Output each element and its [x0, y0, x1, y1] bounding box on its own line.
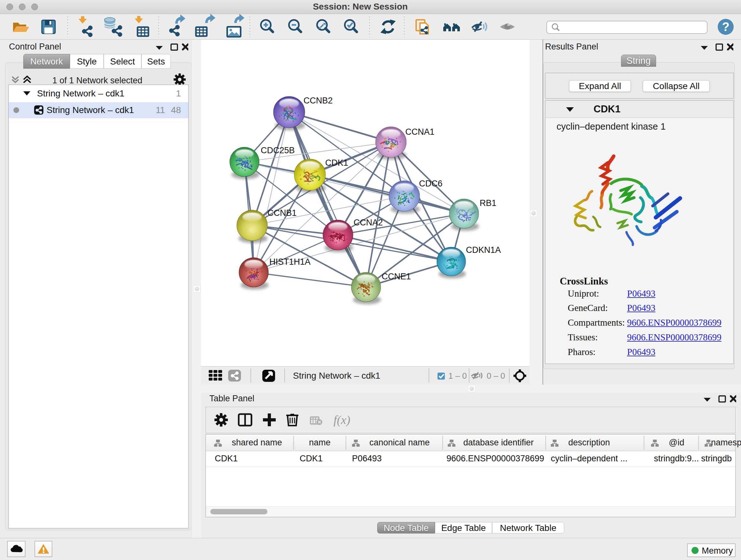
- svg-text:1 – 0: 1 – 0: [448, 371, 467, 381]
- svg-text:CCNB2: CCNB2: [304, 96, 333, 105]
- svg-text:f(x): f(x): [333, 413, 350, 427]
- svg-text:CCNA2: CCNA2: [354, 218, 383, 227]
- svg-text:CDC6: CDC6: [419, 179, 443, 188]
- svg-text:?: ?: [722, 20, 729, 34]
- svg-text:CCNE1: CCNE1: [382, 272, 411, 281]
- svg-text:CDC25B: CDC25B: [261, 145, 295, 155]
- svg-text:HIST1H1A: HIST1H1A: [269, 257, 311, 266]
- svg-text:CCNB1: CCNB1: [267, 208, 297, 218]
- svg-text:0 – 0: 0 – 0: [487, 371, 505, 381]
- svg-text:String Network – cdk1: String Network – cdk1: [293, 371, 381, 381]
- svg-text:RB1: RB1: [480, 198, 496, 208]
- svg-text:CDKN1A: CDKN1A: [466, 245, 501, 255]
- svg-text:CCNA1: CCNA1: [405, 127, 434, 137]
- svg-text:CDK1: CDK1: [325, 158, 348, 168]
